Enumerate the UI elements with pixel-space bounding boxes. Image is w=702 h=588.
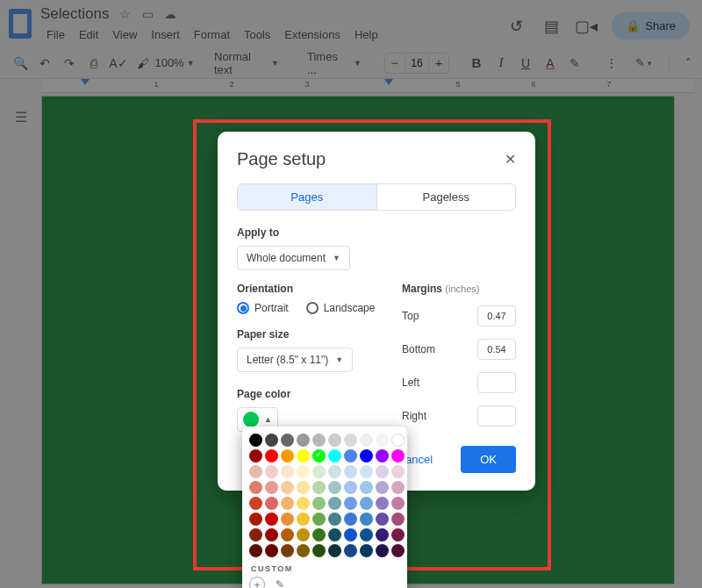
- color-swatch[interactable]: [312, 449, 326, 463]
- color-swatch[interactable]: [360, 513, 373, 526]
- color-swatch[interactable]: [281, 528, 294, 541]
- color-swatch[interactable]: [391, 528, 405, 541]
- color-swatch[interactable]: [297, 497, 310, 510]
- color-swatch[interactable]: [312, 513, 326, 526]
- color-swatch[interactable]: [249, 434, 262, 447]
- color-swatch[interactable]: [376, 513, 389, 526]
- color-swatch[interactable]: [391, 544, 405, 557]
- color-swatch[interactable]: [249, 528, 262, 541]
- orientation-radios: Portrait Landscape: [237, 302, 381, 314]
- color-swatch[interactable]: [281, 544, 294, 557]
- color-swatch[interactable]: [344, 497, 357, 510]
- color-swatch[interactable]: [391, 449, 405, 463]
- tab-pageless[interactable]: Pageless: [376, 184, 516, 210]
- color-swatch[interactable]: [297, 434, 310, 447]
- color-swatch[interactable]: [344, 481, 357, 494]
- radio-dot-icon: [306, 302, 319, 314]
- color-swatch[interactable]: [312, 465, 326, 478]
- margin-top-label: Top: [402, 310, 419, 322]
- margin-row-left: Left: [402, 372, 516, 393]
- color-swatch[interactable]: [265, 513, 278, 526]
- color-swatch[interactable]: [344, 449, 357, 463]
- current-color-swatch-icon: [243, 412, 259, 427]
- color-swatch[interactable]: [391, 465, 405, 478]
- color-swatch[interactable]: [360, 449, 373, 463]
- color-swatch[interactable]: [249, 449, 262, 463]
- color-swatch[interactable]: [344, 544, 357, 557]
- color-swatch[interactable]: [297, 528, 310, 541]
- tab-pages[interactable]: Pages: [238, 184, 376, 210]
- radio-landscape[interactable]: Landscape: [306, 302, 376, 314]
- color-swatch[interactable]: [265, 544, 278, 557]
- color-swatch[interactable]: [391, 497, 405, 510]
- color-swatch[interactable]: [312, 434, 326, 447]
- color-swatch[interactable]: [360, 497, 373, 510]
- eyedropper-icon[interactable]: ✎: [272, 577, 288, 588]
- color-swatch[interactable]: [281, 497, 294, 510]
- margin-top-input[interactable]: [477, 305, 516, 326]
- color-swatch[interactable]: [265, 497, 278, 510]
- add-custom-color-icon[interactable]: ＋: [249, 577, 265, 588]
- color-swatch[interactable]: [297, 481, 310, 494]
- color-swatch[interactable]: [265, 449, 278, 463]
- color-swatch[interactable]: [376, 497, 389, 510]
- ok-button[interactable]: OK: [461, 446, 516, 473]
- color-swatch[interactable]: [344, 528, 357, 541]
- color-swatch[interactable]: [281, 513, 294, 526]
- color-swatch[interactable]: [249, 513, 262, 526]
- color-swatch[interactable]: [312, 481, 326, 494]
- color-swatch[interactable]: [360, 465, 373, 478]
- color-swatch[interactable]: [360, 544, 373, 557]
- color-swatch[interactable]: [281, 434, 294, 447]
- color-swatch[interactable]: [297, 544, 310, 557]
- color-swatch[interactable]: [328, 544, 341, 557]
- color-swatch[interactable]: [328, 497, 341, 510]
- color-swatch[interactable]: [360, 434, 373, 447]
- color-swatch[interactable]: [376, 481, 389, 494]
- dialog-tabs: Pages Pageless: [237, 183, 516, 211]
- margin-left-input[interactable]: [477, 372, 516, 393]
- color-swatch[interactable]: [249, 497, 262, 510]
- color-swatch[interactable]: [344, 513, 357, 526]
- color-swatch[interactable]: [328, 513, 341, 526]
- color-swatch[interactable]: [249, 481, 262, 494]
- color-swatch[interactable]: [344, 434, 357, 447]
- margin-right-input[interactable]: [477, 405, 516, 427]
- color-swatch[interactable]: [265, 481, 278, 494]
- color-swatch[interactable]: [265, 434, 278, 447]
- color-swatch[interactable]: [297, 449, 310, 463]
- color-swatch[interactable]: [249, 544, 262, 557]
- apply-to-select[interactable]: Whole document▼: [237, 246, 350, 270]
- color-swatch[interactable]: [312, 544, 326, 557]
- color-swatch[interactable]: [265, 528, 278, 541]
- color-swatch[interactable]: [391, 513, 405, 526]
- color-swatch[interactable]: [312, 497, 326, 510]
- color-swatch[interactable]: [328, 449, 341, 463]
- color-swatch[interactable]: [391, 434, 405, 447]
- color-swatch[interactable]: [376, 544, 389, 557]
- color-swatch[interactable]: [391, 481, 405, 494]
- close-icon[interactable]: ✕: [505, 151, 516, 168]
- radio-portrait[interactable]: Portrait: [237, 302, 289, 314]
- color-swatch[interactable]: [312, 528, 326, 541]
- paper-size-select[interactable]: Letter (8.5" x 11")▼: [237, 348, 353, 372]
- color-swatch[interactable]: [376, 434, 389, 447]
- color-swatch[interactable]: [360, 481, 373, 494]
- color-swatch[interactable]: [376, 465, 389, 478]
- color-swatch[interactable]: [249, 465, 262, 478]
- color-swatch[interactable]: [328, 528, 341, 541]
- color-swatch[interactable]: [281, 465, 294, 478]
- color-swatch[interactable]: [328, 481, 341, 494]
- color-swatch[interactable]: [297, 513, 310, 526]
- color-swatch[interactable]: [328, 434, 341, 447]
- color-swatch[interactable]: [265, 465, 278, 478]
- color-swatch[interactable]: [376, 528, 389, 541]
- color-swatch[interactable]: [328, 465, 341, 478]
- color-swatch[interactable]: [297, 465, 310, 478]
- margin-bottom-input[interactable]: [477, 339, 516, 360]
- color-swatch[interactable]: [360, 528, 373, 541]
- color-swatch[interactable]: [281, 449, 294, 463]
- color-swatch[interactable]: [344, 465, 357, 478]
- color-swatch[interactable]: [281, 481, 294, 494]
- color-swatch[interactable]: [376, 449, 389, 463]
